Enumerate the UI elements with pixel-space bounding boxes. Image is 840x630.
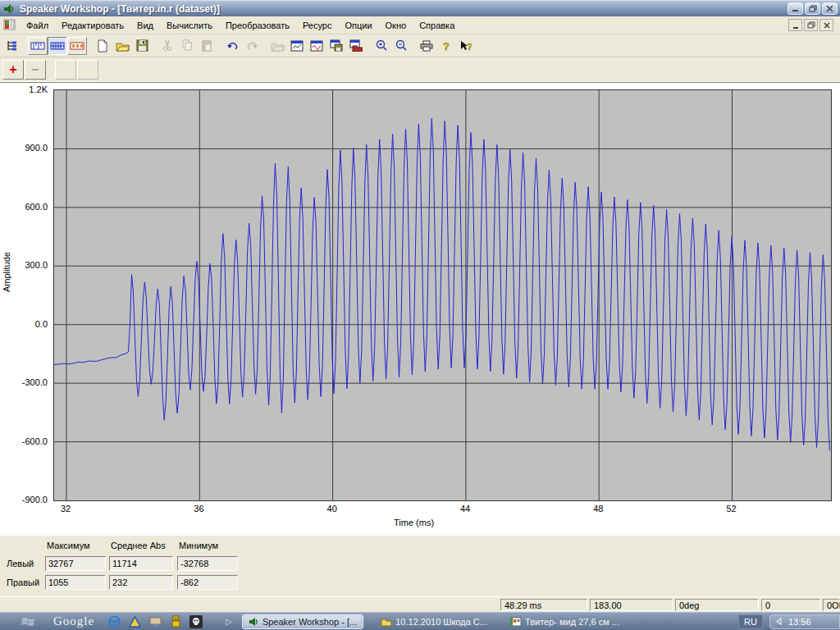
ie-icon[interactable] — [107, 615, 121, 628]
robot-icon[interactable] — [169, 615, 182, 628]
speaker-workshop-window: Speaker Workshop - [Твитер.in.r (dataset… — [0, 0, 840, 630]
mdi-restore-button[interactable] — [804, 19, 818, 31]
right-min-field[interactable]: -862 — [177, 575, 238, 590]
window-export-button[interactable] — [346, 37, 366, 55]
paste-button[interactable] — [197, 37, 217, 55]
mdi-close-button[interactable] — [819, 19, 833, 31]
status-cursor-value: 183.00 — [590, 599, 673, 611]
chart-region: Amplitude Time (ms) 1.2K900.0600.0300.00… — [0, 82, 840, 535]
taskbar: Google ▷ — [0, 612, 840, 630]
status-extra: 0 — [761, 599, 820, 611]
y-tick-label: 1.2K — [0, 84, 48, 94]
left-avg-field[interactable]: 11714 — [109, 556, 173, 571]
help-button[interactable]: ? — [436, 37, 456, 55]
minimize-button[interactable] — [788, 2, 803, 15]
blank-button-1[interactable] — [55, 60, 76, 80]
x-tick-label: 48 — [593, 504, 603, 514]
window-waveform-button[interactable] — [307, 37, 326, 55]
left-max-field[interactable]: 32767 — [45, 556, 106, 571]
waveform-svg — [54, 90, 831, 500]
menu-help[interactable]: Справка — [413, 18, 461, 33]
clock: 13:56 — [788, 617, 811, 627]
mdi-minimize-button[interactable] — [788, 19, 802, 31]
svg-text:?: ? — [443, 40, 450, 52]
hidden-icons-chevron-icon[interactable] — [775, 618, 782, 625]
undo-button[interactable] — [222, 37, 242, 55]
open-file-button[interactable] — [112, 37, 132, 55]
menu-transform[interactable]: Преобразовать — [219, 18, 296, 33]
close-button[interactable] — [822, 2, 838, 15]
x-tick-label: 40 — [327, 504, 337, 514]
menu-bar: Файл Редактировать Вид Вычислить Преобра… — [0, 16, 840, 34]
delta-icon[interactable] — [128, 615, 141, 628]
window-save-button[interactable] — [326, 37, 346, 55]
zoom-out-button[interactable] — [391, 37, 411, 55]
menu-edit[interactable]: Редактировать — [55, 18, 130, 33]
y-tick-label: 300.0 — [0, 260, 48, 270]
redo-button[interactable] — [242, 37, 262, 55]
menu-resource[interactable]: Ресурс — [296, 18, 338, 33]
speaker-task-icon — [249, 617, 259, 627]
folder-task-icon — [381, 617, 392, 627]
zoom-in-button[interactable] — [372, 37, 391, 55]
notes-view-button[interactable] — [28, 37, 48, 55]
tree-view-button[interactable] — [2, 37, 22, 55]
right-max-field[interactable]: 1055 — [45, 575, 106, 590]
data-view-button[interactable] — [67, 37, 87, 55]
dataset-icon[interactable] — [3, 19, 16, 31]
left-min-field[interactable]: -32768 — [177, 556, 238, 571]
task-folder[interactable]: 10.12.2010 Шкода С... — [375, 614, 493, 629]
windows-flag-icon[interactable] — [21, 615, 35, 628]
task-image-viewer[interactable]: Твитер- мид 27,6 см ... — [504, 614, 625, 629]
col-avg-header: Среднее Abs — [111, 541, 166, 550]
x-axis-title: Time (ms) — [394, 518, 434, 527]
menu-window[interactable]: Окно — [379, 18, 413, 33]
col-max-header: Максимум — [47, 541, 90, 550]
menu-view[interactable]: Вид — [130, 18, 160, 33]
x-tick-label: 44 — [460, 504, 470, 514]
copy-button[interactable] — [177, 37, 197, 55]
window-chart-button[interactable] — [287, 37, 307, 55]
row-right-label: Правый — [7, 578, 39, 587]
new-file-button[interactable] — [93, 37, 112, 55]
menu-calculate[interactable]: Вычислить — [160, 18, 219, 33]
quick-launch — [107, 615, 203, 628]
right-avg-field[interactable]: 232 — [109, 575, 173, 590]
context-help-button[interactable]: ? — [456, 37, 476, 55]
remove-button[interactable]: − — [25, 60, 46, 80]
task-label: Speaker Workshop - [... — [262, 617, 357, 627]
x-tick-label: 52 — [726, 504, 736, 514]
app-speaker-icon — [2, 3, 16, 15]
chart-view-button[interactable] — [48, 37, 67, 55]
restore-button[interactable] — [805, 2, 820, 15]
import-button[interactable] — [267, 37, 287, 55]
blank-button-2[interactable] — [77, 60, 98, 80]
add-button[interactable]: + — [2, 60, 24, 80]
language-indicator[interactable]: RU — [738, 614, 763, 629]
window-title: Speaker Workshop - [Твитер.in.r (dataset… — [20, 3, 220, 15]
x-tick-label: 36 — [194, 504, 203, 514]
quick-launch-expand-icon[interactable]: ▷ — [226, 617, 232, 626]
task-speaker-workshop[interactable]: Speaker Workshop - [... — [242, 614, 363, 629]
skull-icon[interactable] — [189, 615, 203, 628]
y-tick-label: -600.0 — [0, 436, 48, 446]
google-toolbar-label[interactable]: Google — [53, 614, 94, 628]
y-tick-label: 900.0 — [0, 143, 48, 153]
waveform-plot[interactable] — [53, 89, 832, 501]
svg-text:?: ? — [467, 42, 472, 52]
y-tick-label: 600.0 — [0, 202, 48, 212]
task-label: 10.12.2010 Шкода С... — [395, 617, 487, 627]
status-bar: 48.29 ms 183.00 0deg 0 0Ohms — [0, 596, 840, 612]
cut-button[interactable] — [158, 37, 177, 55]
system-tray: RU 13:56 — [738, 614, 840, 629]
y-tick-label: -300.0 — [0, 377, 48, 387]
save-file-button[interactable] — [132, 37, 152, 55]
menu-options[interactable]: Опции — [338, 18, 378, 33]
stats-panel: Максимум Среднее Abs Минимум Левый 32767… — [0, 535, 840, 596]
print-button[interactable] — [417, 37, 436, 55]
plus-icon: + — [9, 62, 16, 77]
mail-hand-icon[interactable] — [148, 615, 162, 628]
y-axis-title: Amplitude — [2, 252, 11, 292]
menu-file[interactable]: Файл — [20, 18, 55, 33]
row-left-label: Левый — [7, 559, 34, 568]
